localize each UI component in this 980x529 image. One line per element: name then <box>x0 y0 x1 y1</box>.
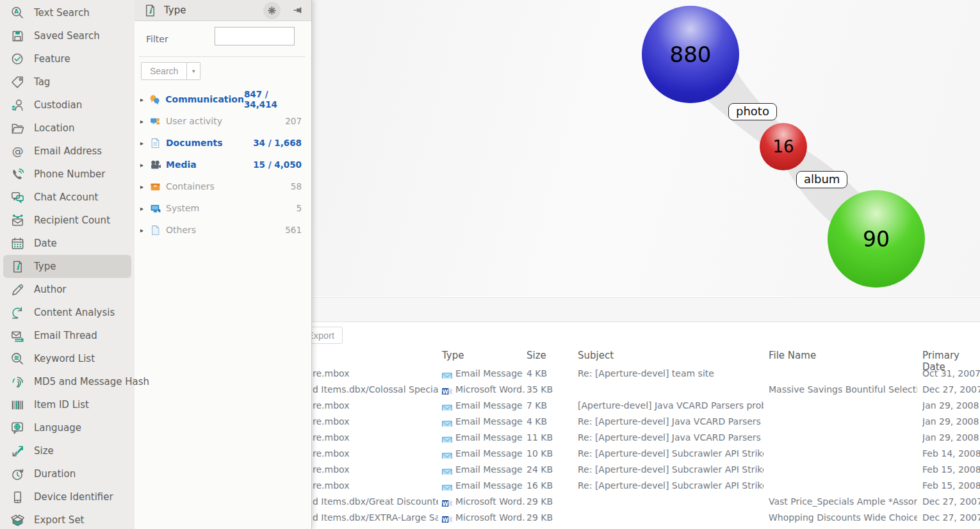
sidebar-item-feature[interactable]: Feature <box>3 47 131 70</box>
email-icon <box>442 437 452 443</box>
type-icon-slot <box>442 434 452 443</box>
search-button[interactable]: Search <box>141 62 187 80</box>
cell-type: Email Message <box>455 446 525 462</box>
cell-file-name: Massive Savings Bountiful Selection .doc <box>769 382 917 398</box>
tag-icon <box>9 74 26 90</box>
panel-pin-button[interactable] <box>289 2 306 19</box>
type-icon-slot <box>442 418 452 427</box>
column-header-size[interactable]: Size <box>527 350 546 361</box>
sidebar-item-label: Feature <box>34 53 70 65</box>
cluster-bubble-red[interactable]: 16 <box>760 123 807 170</box>
sidebar-item-saved-search[interactable]: Saved Search <box>3 24 131 47</box>
edge-label-photo[interactable]: photo <box>728 103 777 120</box>
panel-header: i Type <box>135 0 311 21</box>
sidebar-item-type[interactable]: i Type <box>3 255 131 278</box>
sidebar-item-content-analysis[interactable]: Content Analysis <box>3 301 131 324</box>
sidebar-item-email-address[interactable]: @ Email Address <box>3 140 131 163</box>
type-icon-slot: W <box>442 386 452 395</box>
sidebar-item-item-id-list[interactable]: Item ID List <box>3 393 131 416</box>
svg-text:i: i <box>149 6 152 15</box>
column-header-subject[interactable]: Subject <box>578 350 614 361</box>
cell-type: Email Message <box>455 462 525 478</box>
expand-caret-icon[interactable]: ▸ <box>140 205 150 212</box>
cell-location: d Items.dbx/Colossal Special_pric... <box>313 382 438 398</box>
sidebar-item-label: Email Thread <box>34 330 97 341</box>
bubble-count: 16 <box>772 137 794 156</box>
email-address-icon: @ <box>9 143 26 159</box>
text-search-icon: A <box>9 5 26 20</box>
tree-item-containers[interactable]: ▸ Containers 58 <box>135 175 311 197</box>
cell-primary-date: Dec 27, 2007 ... <box>922 382 980 398</box>
email-icon <box>442 469 452 475</box>
sidebar-item-duration[interactable]: Duration <box>3 462 131 485</box>
cell-primary-date: Feb 15, 2008 ... <box>922 462 980 478</box>
sidebar-item-tag[interactable]: Tag <box>3 70 131 94</box>
sidebar-item-location[interactable]: Location <box>3 117 131 140</box>
tree-item-system[interactable]: ▸ System 5 <box>135 197 311 219</box>
sidebar-item-email-thread[interactable]: Email Thread <box>3 324 131 347</box>
device-identifier-icon <box>9 489 26 505</box>
sidebar-item-author[interactable]: Author <box>3 278 131 301</box>
sidebar-item-size[interactable]: Size <box>3 439 131 462</box>
sidebar-item-phone-number[interactable]: Phone Number <box>3 163 131 186</box>
sidebar-item-date[interactable]: Date <box>3 232 131 255</box>
sidebar-item-label: Date <box>34 238 57 249</box>
column-header-type[interactable]: Type <box>442 350 464 361</box>
cell-type: Microsoft Word... <box>455 494 525 510</box>
column-header-file-name[interactable]: File Name <box>769 350 816 361</box>
svg-text:W: W <box>443 517 449 523</box>
cell-type: Email Message <box>455 398 525 414</box>
expand-caret-icon[interactable]: ▸ <box>140 227 150 234</box>
tree-item-media[interactable]: ▸ Media 15 / 4,050 <box>135 154 311 175</box>
expand-caret-icon[interactable]: ▸ <box>140 96 149 103</box>
sidebar-item-recipient-count[interactable]: Recipient Count <box>3 209 131 232</box>
word-icon: W <box>442 500 452 507</box>
content-analysis-icon <box>9 305 26 320</box>
tree-item-communication[interactable]: ▸ Communication 847 / 34,414 <box>135 88 311 110</box>
md5-hash-icon <box>9 374 26 389</box>
expand-caret-icon[interactable]: ▸ <box>140 161 150 168</box>
cell-type: Email Message <box>455 366 525 382</box>
cell-primary-date: Feb 14, 2008 ... <box>922 446 980 462</box>
filter-label: Filter <box>146 34 168 44</box>
feature-icon <box>9 51 26 67</box>
cell-primary-date: Dec 27, 2007 ... <box>922 494 980 510</box>
sidebar-item-device-identifier[interactable]: Device Identifier <box>3 485 131 509</box>
cluster-bubble-blue[interactable]: 880 <box>642 6 739 103</box>
edge-label-album[interactable]: album <box>796 171 847 188</box>
expand-caret-icon[interactable]: ▸ <box>140 140 150 147</box>
sidebar-item-chat-account[interactable]: Chat Account <box>3 186 131 209</box>
sidebar-item-label: Keyword List <box>34 353 95 364</box>
sidebar-item-custodian[interactable]: Custodian <box>3 94 131 117</box>
sidebar-item-label: Content Analysis <box>34 307 115 318</box>
cluster-bubble-green[interactable]: 90 <box>828 190 925 288</box>
date-icon <box>9 236 26 251</box>
panel-title: Type <box>164 4 257 16</box>
cell-subject: Re: [Aperture-devel] Subcrawler API Stri… <box>578 478 764 494</box>
pin-icon <box>292 4 304 16</box>
expand-caret-icon[interactable]: ▸ <box>140 183 150 190</box>
filter-input[interactable] <box>215 27 295 45</box>
tree-item-documents[interactable]: ▸ Documents 34 / 1,668 <box>135 132 311 154</box>
sidebar-item-text-search[interactable]: A Text Search <box>3 1 131 24</box>
cell-type: Email Message <box>455 478 525 494</box>
duration-icon <box>9 466 26 482</box>
type-tree: ▸ Communication 847 / 34,414 ▸ User acti… <box>135 88 311 241</box>
expand-caret-icon[interactable]: ▸ <box>140 118 150 125</box>
cell-type: Microsoft Word... <box>455 510 525 526</box>
gear-icon <box>266 5 277 16</box>
bubble-count: 880 <box>670 42 712 67</box>
sidebar-item-label: Duration <box>34 468 76 480</box>
search-dropdown-button[interactable]: ▾ <box>187 62 200 80</box>
documents-icon <box>150 138 161 149</box>
sidebar-item-md5-hash[interactable]: MD5 and Message Hash <box>3 370 131 393</box>
sidebar-item-keyword-list[interactable]: Keyword List <box>3 347 131 370</box>
panel-settings-button[interactable] <box>263 2 281 19</box>
svg-text:A: A <box>14 8 19 15</box>
sidebar-item-export-set[interactable]: Export Set <box>3 509 131 529</box>
tree-item-user-activity[interactable]: ▸ User activity 207 <box>135 110 311 132</box>
sidebar-item-language[interactable]: Language <box>3 416 131 439</box>
cell-size: 35 KB <box>527 382 571 398</box>
svg-text:W: W <box>443 501 449 507</box>
tree-item-others[interactable]: ▸ Others 561 <box>135 219 311 241</box>
